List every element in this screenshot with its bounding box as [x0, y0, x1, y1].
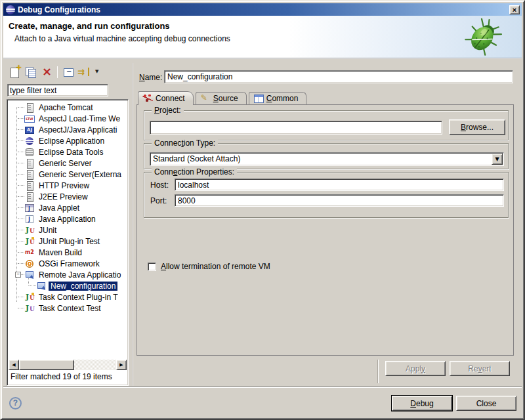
tree-item[interactable]: Task Context Plug-in T	[9, 291, 127, 303]
host-label: Host:	[150, 180, 169, 190]
tree-item[interactable]: Generic Server	[9, 158, 127, 169]
scroll-thumb[interactable]	[19, 360, 74, 370]
allow-termination-checkbox[interactable]	[148, 262, 156, 271]
filter-icon	[77, 65, 91, 79]
tree-item[interactable]: Apache Tomcat	[9, 102, 127, 113]
tree-item[interactable]: Eclipse Data Tools	[9, 146, 127, 158]
port-label: Port:	[150, 196, 167, 205]
tree-item[interactable]: J2EE Preview	[9, 191, 127, 202]
host-input[interactable]	[175, 178, 504, 191]
banner-title: Create, manage, and run configurations	[9, 21, 170, 31]
config-editor-panel: Name: Connect Source Common Project: Bro…	[136, 63, 514, 386]
toolbar-menu-button[interactable]	[93, 65, 100, 79]
browse-button[interactable]: Browse...	[449, 119, 505, 135]
new-config-icon	[8, 65, 22, 79]
header-banner: Create, manage, and run configurations A…	[3, 16, 522, 58]
filter-configs-button[interactable]	[77, 65, 91, 79]
config-name-input[interactable]	[164, 70, 513, 83]
remote-java-icon	[36, 281, 47, 291]
common-icon	[253, 94, 264, 103]
tree-horizontal-scrollbar[interactable]: ◀ ▶	[9, 360, 127, 370]
connection-properties-group: Connection Properties: Host: Port:	[144, 172, 509, 218]
debug-bug-icon	[463, 17, 503, 58]
remote-java-icon	[24, 270, 35, 280]
junit-icon	[24, 225, 35, 236]
scroll-left-arrow[interactable]: ◀	[9, 360, 19, 370]
new-config-button[interactable]	[8, 65, 22, 79]
chevron-down-icon: ▼	[495, 154, 499, 165]
debug-button[interactable]: Debug	[392, 396, 452, 411]
database-icon	[24, 147, 35, 158]
revert-button[interactable]: Revert	[450, 361, 510, 376]
tree-item[interactable]: JUnit	[9, 224, 127, 236]
filter-match-status: Filter matched 19 of 19 items	[10, 372, 112, 381]
tree-item[interactable]: Maven Build	[9, 247, 127, 258]
collapse-expander[interactable]: −	[15, 272, 21, 278]
toolbar-separator	[57, 66, 58, 78]
ltw-icon	[24, 114, 35, 124]
panel-sash[interactable]	[132, 63, 133, 386]
tree-item[interactable]: OSGi Framework	[9, 258, 127, 269]
tree-item[interactable]: HTTP Preview	[9, 180, 127, 191]
tab-connect[interactable]: Connect	[138, 91, 194, 105]
tree-item-selected[interactable]: New_configuration	[9, 280, 127, 291]
applet-icon	[24, 203, 35, 213]
help-icon: ?	[13, 398, 18, 408]
tab-source[interactable]: Source	[196, 92, 247, 104]
titlebar[interactable]: Debug Configurations ×	[3, 3, 522, 16]
launch-config-tree: Apache Tomcat AspectJ Load-Time We Aspec…	[7, 99, 129, 386]
junit-test-icon	[24, 303, 35, 314]
button-area-separator	[377, 360, 379, 383]
tree-item[interactable]: Generic Server(Externa	[9, 169, 127, 180]
server-icon	[24, 158, 35, 169]
maven-icon	[24, 247, 35, 258]
duplicate-icon	[24, 65, 38, 79]
tree-item[interactable]: Java Application	[9, 213, 127, 224]
close-window-button[interactable]: ×	[509, 5, 520, 14]
collapse-all-button[interactable]	[61, 65, 75, 79]
delete-config-button[interactable]	[39, 65, 54, 79]
close-icon: ×	[513, 6, 516, 14]
tree-item[interactable]: −Remote Java Applicatio	[9, 269, 127, 280]
tree-item[interactable]: JUnit Plug-in Test	[9, 236, 127, 247]
chevron-down-icon	[93, 65, 100, 79]
server-icon	[24, 102, 35, 113]
tree-item[interactable]: AspectJ Load-Time We	[9, 113, 127, 124]
connect-tab-content: Project: Browse... Connection Type: Stan…	[136, 104, 514, 356]
server-icon	[24, 180, 35, 191]
allow-termination-row: Allow termination of remote VM	[148, 262, 270, 271]
eclipse-app-icon	[6, 5, 15, 14]
tree-item[interactable]: Task Context Test	[9, 303, 127, 314]
window-title: Debug Configurations	[18, 5, 509, 14]
project-input[interactable]	[150, 121, 442, 135]
duplicate-config-button[interactable]	[24, 65, 38, 79]
tab-common[interactable]: Common	[249, 92, 307, 104]
apply-button[interactable]: Apply	[385, 361, 446, 376]
eclipse-icon	[24, 136, 35, 146]
aspectj-icon	[24, 125, 35, 135]
combo-dropdown-button[interactable]: ▼	[492, 154, 503, 165]
help-button[interactable]: ?	[9, 397, 22, 410]
connection-type-combo[interactable]: Standard (Socket Attach) ▼	[150, 152, 504, 166]
connection-type-legend: Connection Type:	[152, 138, 218, 148]
project-group: Project: Browse...	[144, 110, 509, 140]
filter-text-input[interactable]	[7, 84, 108, 96]
server-icon	[24, 192, 35, 202]
bottom-separator	[3, 387, 522, 388]
scroll-right-arrow[interactable]: ▶	[116, 360, 127, 370]
tree-item[interactable]: AspectJ/Java Applicati	[9, 124, 127, 135]
configs-toolbar	[8, 64, 102, 80]
scroll-track[interactable]	[19, 360, 116, 370]
connect-icon	[142, 94, 153, 103]
osgi-icon	[24, 259, 35, 269]
debug-configurations-dialog: Debug Configurations × Create, manage, a…	[0, 0, 525, 420]
close-button[interactable]: Close	[456, 396, 516, 411]
connection-properties-legend: Connection Properties:	[152, 167, 237, 177]
port-input[interactable]	[175, 194, 504, 207]
tree-item[interactable]: Java Applet	[9, 202, 127, 213]
collapse-all-icon	[61, 65, 75, 79]
connection-type-group: Connection Type: Standard (Socket Attach…	[144, 143, 509, 169]
tree-item[interactable]: Eclipse Application	[9, 135, 127, 146]
config-tabs: Connect Source Common	[136, 91, 514, 105]
allow-termination-label: Allow termination of remote VM	[161, 262, 270, 271]
